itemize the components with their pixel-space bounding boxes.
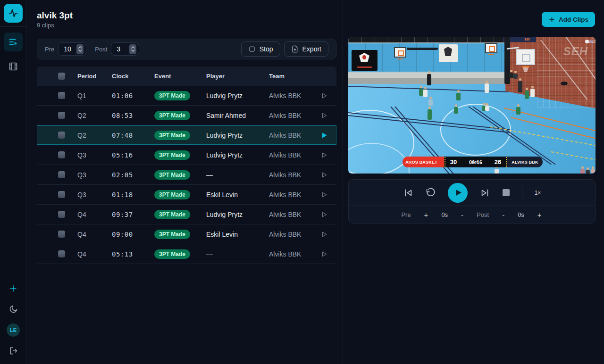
video-preview[interactable]: SolidSport SEH AROS BASKET 30 2ND 06:16 … — [348, 37, 596, 174]
pre-value: 10 — [64, 45, 71, 53]
clip-toolbar: Pre 10 Post 3 Stop Export — [37, 39, 336, 59]
row-play-button[interactable] — [321, 172, 327, 178]
banner-crest — [359, 53, 369, 62]
playback-speed[interactable]: 1× — [535, 190, 541, 196]
row-checkbox[interactable] — [58, 211, 65, 218]
table-row[interactable]: Q4 09:00 3PT Made Eskil Levin Alviks BBK — [37, 224, 336, 244]
video-watermark-brand: SolidSport — [585, 40, 589, 43]
cell-actions — [311, 251, 336, 257]
row-play-button[interactable] — [321, 231, 327, 238]
table-row[interactable]: Q3 02:05 3PT Made — Alviks BBK — [37, 165, 336, 185]
row-checkbox-cell — [37, 211, 72, 218]
hoop-rim — [522, 66, 529, 67]
row-play-button[interactable] — [321, 132, 327, 139]
row-play-button[interactable] — [321, 211, 327, 218]
stop-button[interactable]: Stop — [241, 41, 280, 57]
logout-button[interactable] — [7, 344, 20, 357]
row-checkbox[interactable] — [58, 92, 65, 99]
scoreboard-home-score: 30 — [446, 157, 461, 167]
row-play-button[interactable] — [321, 112, 327, 119]
cell-team: Alviks BBK — [263, 132, 311, 139]
table-row[interactable]: Q2 07:48 3PT Made Ludvig Prytz Alviks BB… — [37, 125, 336, 145]
player-figure — [419, 89, 423, 96]
transport-divider — [522, 187, 522, 199]
row-play-button[interactable] — [321, 152, 327, 158]
post-decrease-button[interactable]: - — [501, 211, 505, 219]
post-label: Post — [95, 46, 107, 53]
gym-bag — [561, 82, 568, 85]
row-checkbox[interactable] — [58, 231, 65, 238]
previous-clip-button[interactable] — [403, 188, 413, 198]
row-checkbox[interactable] — [58, 250, 65, 257]
row-checkbox[interactable] — [58, 151, 65, 158]
player-figure — [485, 106, 489, 111]
table-row[interactable]: Q2 08:53 3PT Made Samir Ahmed Alviks BBK — [37, 106, 336, 125]
pre-stepper[interactable] — [76, 44, 84, 54]
rotate-ccw-icon — [426, 188, 436, 198]
cell-player: Ludvig Prytz — [201, 132, 263, 139]
row-play-button[interactable] — [321, 251, 327, 257]
row-checkbox[interactable] — [58, 191, 65, 198]
add-clips-button[interactable]: Add Clips — [542, 12, 595, 27]
table-row[interactable]: Q3 01:18 3PT Made Eskil Levin Alviks BBK — [37, 185, 336, 205]
sidebar-item-games[interactable] — [4, 57, 23, 76]
player-figure — [530, 89, 535, 97]
sidebar-item-playlists[interactable] — [4, 33, 23, 51]
film-icon — [8, 62, 18, 71]
scoreboard-home-team: AROS BASKET — [403, 157, 444, 167]
trim-row: Pre + 0s - Post - 0s + — [349, 206, 595, 223]
cell-team: Alviks BBK — [263, 191, 311, 199]
scoreboard-clock: 06:16 — [469, 159, 482, 165]
column-team: Team — [263, 73, 311, 80]
table-row[interactable]: Q4 09:37 3PT Made Ludvig Prytz Alviks BB… — [37, 205, 336, 224]
cell-period: Q3 — [72, 151, 106, 159]
player-controls: 1× Pre + 0s - Post - 0s + — [348, 179, 596, 223]
cell-clock: 02:05 — [106, 171, 149, 179]
replay-button[interactable] — [426, 188, 436, 198]
stop-playback-button[interactable] — [503, 189, 510, 196]
post-stepper[interactable] — [129, 44, 136, 54]
chevron-down-icon — [131, 50, 135, 52]
moon-icon — [8, 305, 18, 314]
cell-clock: 01:06 — [106, 92, 149, 99]
row-play-button[interactable] — [321, 92, 327, 99]
export-button[interactable]: Export — [284, 41, 328, 57]
app-logo[interactable] — [4, 4, 23, 23]
post-increase-button[interactable]: + — [537, 211, 543, 219]
table-header: Period Clock Event Player Team — [37, 66, 336, 86]
cell-clock: 07:48 — [106, 132, 149, 139]
add-button[interactable] — [7, 282, 20, 295]
row-play-button[interactable] — [321, 191, 327, 198]
sidebar-bottom: LE — [0, 282, 26, 357]
column-clock: Clock — [106, 73, 149, 80]
pre-label: Pre — [45, 46, 54, 53]
table-row[interactable]: Q1 01:06 3PT Made Ludvig Prytz Alviks BB… — [37, 86, 336, 106]
cell-clock: 05:16 — [106, 151, 149, 159]
pre-increase-button[interactable]: + — [423, 211, 429, 219]
user-avatar[interactable]: LE — [7, 323, 20, 337]
row-checkbox[interactable] — [58, 171, 65, 178]
cell-event: 3PT Made — [149, 170, 201, 180]
clips-table: Period Clock Event Player Team Q1 01:06 … — [37, 66, 336, 264]
table-row[interactable]: Q3 05:16 3PT Made Ludvig Prytz Alviks BB… — [37, 145, 336, 165]
table-row[interactable]: Q4 05:13 3PT Made — Alviks BBK — [37, 244, 336, 264]
row-checkbox-cell — [37, 151, 72, 158]
row-checkbox-cell — [37, 132, 72, 139]
play-button[interactable] — [448, 183, 468, 203]
cell-player: Ludvig Prytz — [201, 151, 263, 159]
row-checkbox[interactable] — [58, 112, 65, 119]
row-checkbox-cell — [37, 92, 72, 99]
row-checkbox[interactable] — [58, 132, 65, 139]
cell-clock: 09:00 — [106, 231, 149, 238]
chevron-down-icon — [78, 50, 82, 52]
post-input[interactable]: 3 — [111, 42, 139, 56]
bench-figure — [513, 74, 518, 79]
player-figure — [456, 93, 461, 100]
pre-input[interactable]: 10 — [58, 42, 86, 56]
header-checkbox-cell — [37, 73, 72, 80]
select-all-checkbox[interactable] — [58, 73, 65, 80]
theme-toggle[interactable] — [7, 303, 20, 316]
scoreboard-away-team: ALVIKS BBK — [507, 157, 543, 167]
next-clip-button[interactable] — [480, 188, 490, 198]
pre-decrease-button[interactable]: - — [460, 211, 464, 219]
